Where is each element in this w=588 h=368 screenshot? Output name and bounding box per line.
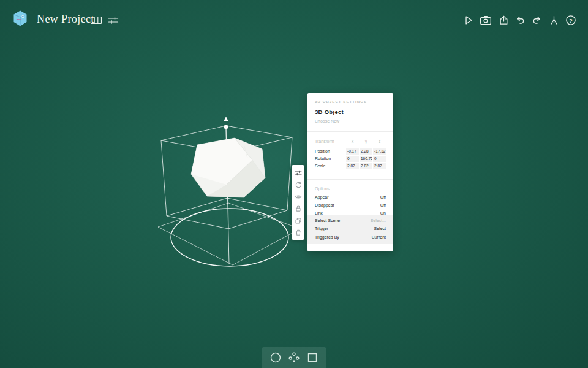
select-scene-value[interactable]: Select... [371, 218, 386, 223]
appear-value[interactable]: Off [380, 195, 386, 199]
camera-icon[interactable] [479, 13, 492, 27]
app-logo-icon[interactable] [12, 10, 29, 27]
triggered-by-label: Triggered By [315, 235, 339, 239]
object-lock-icon[interactable] [292, 203, 304, 215]
object-rotate-icon[interactable] [292, 179, 304, 191]
export-icon[interactable] [497, 13, 510, 27]
rotation-y-field[interactable]: 160.72 [360, 156, 372, 162]
select-scene-label: Select Scene [315, 218, 340, 223]
scale-label: Scale [315, 164, 326, 168]
object-visibility-icon[interactable] [292, 191, 304, 203]
disappear-value[interactable]: Off [380, 203, 386, 207]
choose-new-link[interactable]: Choose New [315, 119, 339, 123]
link-value[interactable]: On [380, 211, 386, 215]
3d-object[interactable] [191, 138, 265, 197]
column-z: z [373, 139, 386, 144]
help-icon[interactable]: ? [564, 13, 578, 27]
disappear-label: Disappear [315, 203, 334, 207]
storyboard-icon[interactable] [89, 13, 103, 27]
triggered-by-value[interactable]: Current [372, 235, 386, 239]
object-delete-icon[interactable] [292, 227, 304, 239]
panel-title: 3D Object [315, 109, 344, 115]
circle-tool-icon[interactable] [269, 351, 282, 364]
trigger-value[interactable]: Select [374, 226, 386, 231]
gizmo-tool-icon[interactable] [287, 351, 301, 364]
divider [307, 179, 393, 180]
move-handle[interactable] [224, 117, 228, 129]
object-adjustments-icon[interactable] [292, 167, 304, 179]
link-label: Link [315, 211, 323, 215]
undo-icon[interactable] [513, 13, 527, 27]
panel-header: 3D OBJECT SETTINGS [315, 100, 367, 104]
scale-y-field[interactable]: 2.82 [360, 163, 372, 169]
square-tool-icon[interactable] [306, 351, 319, 364]
object-duplicate-icon[interactable] [292, 215, 304, 227]
position-label: Position [315, 149, 330, 153]
adjustments-icon[interactable] [107, 13, 120, 27]
rotation-x-field[interactable]: 0 [346, 156, 359, 162]
position-z-field[interactable]: -17.32 [373, 148, 386, 155]
scale-z-field[interactable]: 2.82 [373, 163, 386, 169]
bottom-toolbar [262, 347, 326, 368]
appear-label: Appear [315, 195, 329, 199]
play-icon[interactable] [462, 13, 475, 27]
rotation-label: Rotation [315, 156, 331, 161]
position-x-field[interactable]: -0.17 [346, 148, 359, 155]
position-y-field[interactable]: 2.28 [360, 148, 372, 155]
redo-icon[interactable] [530, 13, 543, 27]
transform-label: Transform [315, 139, 334, 144]
object-toolbar [292, 165, 304, 240]
object-settings-panel: 3D OBJECT SETTINGS 3D Object Choose New … [307, 93, 393, 251]
trigger-label: Trigger [315, 226, 328, 231]
divider [307, 131, 393, 132]
rotation-ring [171, 209, 288, 266]
rotation-z-field[interactable]: 0 [373, 156, 386, 162]
help-glyph: ? [564, 13, 578, 27]
project-title[interactable]: New Project [37, 13, 94, 26]
column-y: y [360, 139, 372, 144]
tripod-icon[interactable] [547, 13, 560, 27]
options-label: Options [315, 186, 330, 191]
scale-x-field[interactable]: 2.82 [346, 163, 359, 169]
top-bar: New Project [0, 0, 588, 34]
column-x: x [346, 139, 359, 144]
